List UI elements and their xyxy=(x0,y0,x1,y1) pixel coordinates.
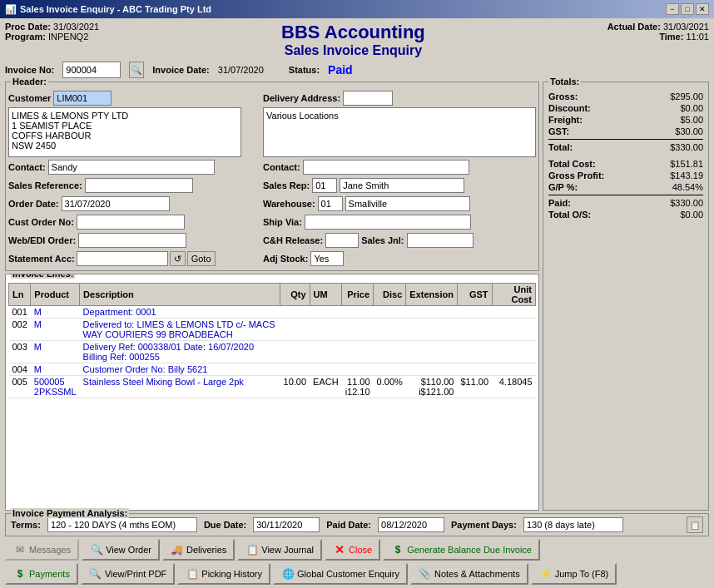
gross-value: $295.00 xyxy=(653,91,703,101)
gp-percent-value: 48.54% xyxy=(653,182,703,192)
view-order-icon: 🔍 xyxy=(90,543,103,556)
picking-history-button[interactable]: 📋 Picking History xyxy=(177,563,270,585)
payment-analysis-section: Invoice Payment Analysis: Terms: Due Dat… xyxy=(5,513,709,536)
status-label: Status: xyxy=(289,65,320,75)
time-label: Time: xyxy=(659,32,683,42)
freight-value: $5.00 xyxy=(653,115,703,125)
cah-release-input[interactable] xyxy=(325,233,359,248)
sales-jnl-input[interactable] xyxy=(407,233,474,248)
ship-via-input[interactable] xyxy=(305,215,471,230)
paid-value: $330.00 xyxy=(653,198,703,208)
table-row: 005 500005 2PKSSML Stainless Steel Mixin… xyxy=(9,376,536,398)
minimize-button[interactable]: − xyxy=(666,3,679,15)
sales-ref-label: Sales Reference: xyxy=(8,180,82,190)
deliveries-icon: 🚚 xyxy=(171,543,184,556)
customer-addr-line4: NSW 2450 xyxy=(12,141,238,151)
cell-disc xyxy=(374,319,406,341)
cell-ln: 004 xyxy=(9,363,31,376)
cell-disc xyxy=(374,306,406,319)
header-section: Header: Customer LIMES & LEMONS PTY LTD … xyxy=(5,82,539,271)
cell-qty xyxy=(280,306,310,319)
payments-button[interactable]: $ Payments xyxy=(5,563,78,585)
cell-unit-cost xyxy=(492,363,535,376)
goto-button[interactable]: ↺ xyxy=(170,251,186,266)
payment-analysis-label: Invoice Payment Analysis: xyxy=(11,508,129,518)
contact-left-label: Contact: xyxy=(8,162,46,172)
cell-gst xyxy=(457,306,492,319)
terms-input[interactable] xyxy=(47,517,197,532)
table-row: 001 M Department: 0001 xyxy=(9,306,536,319)
messages-button[interactable]: ✉ Messages xyxy=(5,539,79,561)
generate-balance-button[interactable]: $ Generate Balance Due Invoice xyxy=(383,539,540,561)
cell-extension xyxy=(406,319,458,341)
goto-label-btn[interactable]: Goto xyxy=(187,251,216,266)
contact-left-input[interactable] xyxy=(48,160,215,175)
totals-label-header: Totals: xyxy=(548,77,581,86)
cell-extension xyxy=(406,341,458,363)
adj-stock-input[interactable] xyxy=(310,251,344,266)
view-print-pdf-button[interactable]: 🔍 View/Print PDF xyxy=(81,563,175,585)
cell-um xyxy=(310,341,342,363)
cell-um xyxy=(310,363,342,376)
cell-um xyxy=(310,319,342,341)
statement-acc-input[interactable] xyxy=(77,251,168,266)
total-os-label: Total O/S: xyxy=(548,210,591,220)
view-print-pdf-icon: 🔍 xyxy=(89,567,102,581)
cell-gst xyxy=(457,319,492,341)
warehouse-code-input[interactable] xyxy=(318,196,343,211)
close-icon: ✕ xyxy=(333,543,346,556)
global-customer-button[interactable]: 🌐 Global Customer Enquiry xyxy=(273,563,408,585)
cell-product: M xyxy=(31,363,80,376)
jump-to-button[interactable]: ⚡ Jump To (F8) xyxy=(531,563,617,585)
delivery-address-code-input[interactable] xyxy=(343,91,393,106)
cell-description: Stainless Steel Mixing Bowl - Large 2pk xyxy=(80,376,280,398)
top-center-info: BBS Accounting Sales Invoice Enquiry xyxy=(281,22,425,58)
totals-panel: Totals: Gross:$295.00 Discount:$0.00 Fre… xyxy=(543,82,709,511)
gst-value: $30.00 xyxy=(653,126,703,136)
payment-days-input[interactable] xyxy=(523,517,623,532)
statement-acc-label: Statement Acc: xyxy=(8,254,75,264)
payment-expand-button[interactable]: 📋 xyxy=(687,516,703,533)
paid-date-input[interactable] xyxy=(378,517,444,532)
gst-label: GST: xyxy=(548,126,569,136)
due-date-input[interactable] xyxy=(253,517,320,532)
total-cost-value: $151.81 xyxy=(653,159,703,169)
cell-description: Customer Order No: Billy 5621 xyxy=(80,363,280,376)
total-cost-label: Total Cost: xyxy=(548,159,596,169)
cell-price xyxy=(342,341,374,363)
maximize-button[interactable]: □ xyxy=(681,3,694,15)
web-edi-input[interactable] xyxy=(78,233,186,248)
view-order-button[interactable]: 🔍 View Order xyxy=(82,539,160,561)
view-journal-button[interactable]: 📋 View Journal xyxy=(237,539,322,561)
cell-unit-cost xyxy=(492,306,535,319)
deliveries-button[interactable]: 🚚 Deliveries xyxy=(162,539,235,561)
cell-description: Department: 0001 xyxy=(80,306,280,319)
warehouse-name-input[interactable] xyxy=(345,196,470,211)
customer-code-input[interactable] xyxy=(53,91,112,106)
notes-attachments-button[interactable]: 📎 Notes & Attachments xyxy=(410,563,528,585)
cust-order-no-input[interactable] xyxy=(77,215,185,230)
customer-addr-line3: COFFS HARBOUR xyxy=(12,131,238,141)
paid-date-label: Paid Date: xyxy=(326,520,371,530)
order-date-input[interactable] xyxy=(62,196,170,211)
invoice-no-input[interactable] xyxy=(62,62,121,78)
contact-right-input[interactable] xyxy=(303,160,469,175)
close-button[interactable]: ✕ Close xyxy=(325,539,380,561)
invoice-row: Invoice No: 🔍 Invoice Date: 31/07/2020 S… xyxy=(5,62,709,78)
customer-address: LIMES & LEMONS PTY LTD 1 SEAMIST PLACE C… xyxy=(8,107,241,157)
sales-rep-name-input[interactable] xyxy=(340,178,464,193)
top-info: Proc Date: 31/03/2021 Program: INPENQ2 B… xyxy=(5,22,709,58)
cell-price xyxy=(342,306,374,319)
sales-jnl-label: Sales Jnl: xyxy=(361,235,404,245)
title-bar: 📊 Sales Invoice Enquiry - ABC Trading Pt… xyxy=(0,0,714,18)
header-section-label: Header: xyxy=(11,77,48,86)
sales-ref-input[interactable] xyxy=(85,178,193,193)
sales-rep-code-input[interactable] xyxy=(312,178,337,193)
invoice-search-button[interactable]: 🔍 xyxy=(129,62,144,78)
close-window-button[interactable]: ✕ xyxy=(696,3,709,15)
payment-days-label: Payment Days: xyxy=(451,520,517,530)
left-center-panel: Header: Customer LIMES & LEMONS PTY LTD … xyxy=(5,82,539,511)
discount-value: $0.00 xyxy=(653,103,703,113)
gross-profit-value: $143.19 xyxy=(653,170,703,180)
total-label: Total: xyxy=(548,142,573,152)
